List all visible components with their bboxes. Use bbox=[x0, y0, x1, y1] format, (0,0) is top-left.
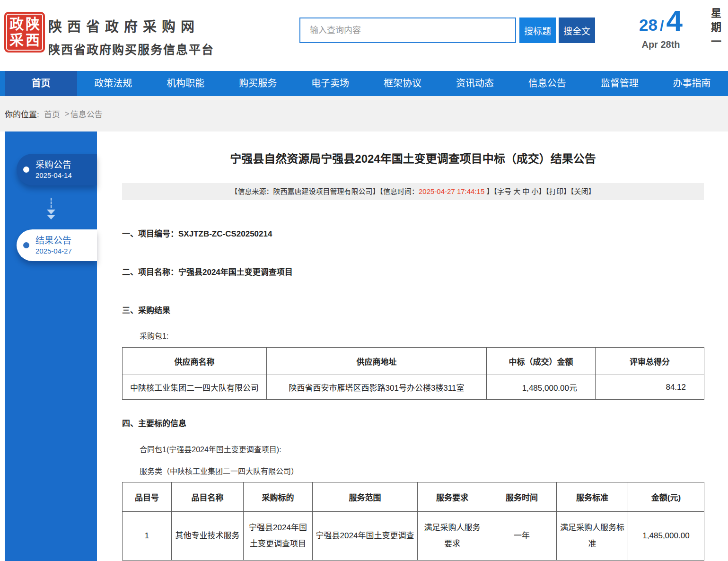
nav-item-supervision[interactable]: 监督管理 bbox=[583, 71, 656, 96]
sidebar-item-date: 2025-04-27 bbox=[35, 246, 72, 256]
sidebar-item-label: 采购公告 bbox=[35, 159, 72, 171]
column-header: 服务标准 bbox=[557, 482, 628, 512]
nav-item-framework-agreement[interactable]: 框架协议 bbox=[367, 71, 439, 96]
site-titles: 陕西省政府采购网 陕西省政府购买服务信息平台 bbox=[48, 16, 214, 57]
sidebar-item-result-announcement[interactable]: 结果公告 2025-04-27 bbox=[17, 229, 97, 261]
site-subtitle: 陕西省政府购买服务信息平台 bbox=[48, 40, 214, 57]
site-title: 陕西省政府采购网 bbox=[48, 16, 214, 35]
column-header: 供应商名称 bbox=[123, 348, 267, 375]
search-title-button[interactable]: 搜标题 bbox=[519, 18, 556, 43]
weekday-label: 星期一 bbox=[707, 8, 722, 60]
article-title: 宁强县自然资源局宁强县2024年国土变更调查项目中标（成交）结果公告 bbox=[122, 149, 704, 166]
info-time-prefix: 【信息时间： bbox=[379, 187, 419, 195]
service-class-label: 服务类（中陕核工业集团二一四大队有限公司） bbox=[122, 465, 704, 476]
logo-char: 西 bbox=[25, 32, 41, 48]
info-time-value: 2025-04-27 17:44:15 bbox=[419, 187, 484, 195]
breadcrumb-current-link[interactable]: 信息公告 bbox=[70, 108, 103, 120]
close-button[interactable]: 【关闭】 bbox=[570, 187, 596, 195]
search-box: 搜标题 搜全文 bbox=[299, 18, 595, 43]
table-header-row: 品目号 品目名称 采购标的 服务范围 服务要求 服务时间 服务标准 金额(元) bbox=[123, 482, 704, 512]
site-logo[interactable]: 政 陕 采 西 bbox=[4, 12, 45, 53]
section-project-number: 一、项目编号：SXJTZB-ZC-CS20250214 bbox=[122, 227, 704, 239]
announcement-timeline-sidebar: 采购公告 2025-04-14 结果公告 2025-04-27 bbox=[5, 131, 97, 561]
print-button[interactable]: 【打印】 bbox=[545, 187, 570, 195]
subject-table: 品目号 品目名称 采购标的 服务范围 服务要求 服务时间 服务标准 金额(元) … bbox=[122, 482, 704, 561]
amount-cell: 1,485,000.00 bbox=[628, 512, 704, 561]
column-header: 采购标的 bbox=[244, 482, 313, 512]
timeline-down-arrow-icon bbox=[5, 198, 97, 220]
nav-item-home[interactable]: 首页 bbox=[5, 71, 77, 96]
column-header: 服务要求 bbox=[418, 482, 487, 512]
package-label: 采购包1: bbox=[122, 330, 704, 341]
date-widget: 28 / 4 Apr 28th bbox=[630, 4, 692, 50]
date-day: 28 bbox=[639, 16, 658, 35]
date-numbers: 28 / 4 bbox=[630, 4, 692, 37]
supplier-name-cell: 中陕核工业集团二一四大队有限公司 bbox=[123, 375, 267, 400]
service-scope-cell: 宁强县2024年国土变更调查 bbox=[313, 512, 418, 561]
date-month: 4 bbox=[666, 4, 682, 37]
sidebar-item-procurement-announcement[interactable]: 采购公告 2025-04-14 bbox=[17, 154, 97, 185]
logo-char: 陕 bbox=[25, 16, 41, 32]
result-table: 供应商名称 供应商地址 中标（成交）金额 评审总得分 中陕核工业集团二一四大队有… bbox=[122, 347, 704, 400]
info-source: 【信息来源：陕西嘉唐建设项目管理有限公司】 bbox=[230, 187, 379, 195]
logo-char: 采 bbox=[9, 32, 25, 48]
review-score-cell: 84.12 bbox=[596, 375, 704, 400]
section-project-name: 二、项目名称：宁强县2024年国土变更调查项目 bbox=[122, 265, 704, 277]
breadcrumb-label: 你的位置: bbox=[5, 108, 39, 120]
search-input[interactable] bbox=[299, 18, 516, 43]
item-name-cell: 其他专业技术服务 bbox=[172, 512, 244, 561]
article-info-bar: 【信息来源：陕西嘉唐建设项目管理有限公司】【信息时间：2025-04-27 17… bbox=[122, 183, 704, 200]
column-header: 评审总得分 bbox=[596, 348, 704, 375]
nav-item-guide[interactable]: 办事指南 bbox=[656, 71, 728, 96]
service-requirement-cell: 满足采购人服务要求 bbox=[418, 512, 487, 561]
sidebar-item-date: 2025-04-14 bbox=[35, 171, 72, 180]
main-area: 采购公告 2025-04-14 结果公告 2025-04-27 宁强县自然资源局… bbox=[0, 131, 728, 561]
column-header: 服务时间 bbox=[487, 482, 557, 512]
breadcrumb-separator: > bbox=[65, 109, 70, 119]
column-header: 金额(元) bbox=[628, 482, 704, 512]
section-subject-info: 四、主要标的信息 bbox=[122, 417, 704, 429]
service-standard-cell: 满足采购人服务标准 bbox=[557, 512, 628, 561]
bullet-dot-icon bbox=[23, 242, 29, 248]
column-header: 供应商地址 bbox=[267, 348, 487, 375]
logo-char: 政 bbox=[9, 16, 25, 32]
table-row: 1 其他专业技术服务 宁强县2024年国土变更调查项目 宁强县2024年国土变更… bbox=[123, 512, 704, 561]
bullet-dot-icon bbox=[23, 167, 29, 173]
main-nav: 首页 政策法规 机构职能 购买服务 电子卖场 框架协议 资讯动态 信息公告 监督… bbox=[0, 71, 728, 96]
item-number-cell: 1 bbox=[123, 512, 172, 561]
supplier-address-cell: 陕西省西安市雁塔区西影路301号办公楼3楼311室 bbox=[267, 375, 487, 400]
nav-item-policies[interactable]: 政策法规 bbox=[77, 71, 149, 96]
nav-item-announcements[interactable]: 信息公告 bbox=[511, 71, 583, 96]
info-time-suffix: 】 bbox=[484, 187, 493, 195]
date-slash: / bbox=[660, 18, 664, 34]
column-header: 中标（成交）金额 bbox=[487, 348, 596, 375]
nav-item-e-mall[interactable]: 电子卖场 bbox=[294, 71, 367, 96]
award-amount-cell: 1,485,000.00元 bbox=[487, 375, 596, 400]
column-header: 品目号 bbox=[123, 482, 172, 512]
breadcrumb-home-link[interactable]: 首页 bbox=[44, 108, 60, 120]
contract-package-label: 合同包1(宁强县2024年国土变更调查项目): bbox=[122, 443, 704, 455]
service-time-cell: 一年 bbox=[487, 512, 557, 561]
font-size-controls[interactable]: 【字号 大 中 小】 bbox=[493, 187, 545, 195]
table-header-row: 供应商名称 供应商地址 中标（成交）金额 评审总得分 bbox=[123, 348, 704, 375]
nav-item-purchase-services[interactable]: 购买服务 bbox=[222, 71, 294, 96]
nav-item-news[interactable]: 资讯动态 bbox=[439, 71, 511, 96]
sidebar-item-label: 结果公告 bbox=[35, 235, 72, 247]
column-header: 品目名称 bbox=[172, 482, 244, 512]
date-english: Apr 28th bbox=[630, 39, 692, 50]
column-header: 服务范围 bbox=[313, 482, 418, 512]
section-procurement-result: 三、采购结果 bbox=[122, 304, 704, 316]
article-content: 宁强县自然资源局宁强县2024年国土变更调查项目中标（成交）结果公告 【信息来源… bbox=[122, 131, 704, 561]
nav-item-functions[interactable]: 机构职能 bbox=[149, 71, 222, 96]
table-row: 中陕核工业集团二一四大队有限公司 陕西省西安市雁塔区西影路301号办公楼3楼31… bbox=[123, 375, 704, 400]
page-header: 政 陕 采 西 陕西省政府采购网 陕西省政府购买服务信息平台 搜标题 搜全文 2… bbox=[0, 0, 728, 71]
breadcrumb: 你的位置: 首页 > 信息公告 bbox=[0, 96, 728, 131]
search-fulltext-button[interactable]: 搜全文 bbox=[559, 18, 595, 43]
procurement-subject-cell: 宁强县2024年国土变更调查项目 bbox=[244, 512, 313, 561]
